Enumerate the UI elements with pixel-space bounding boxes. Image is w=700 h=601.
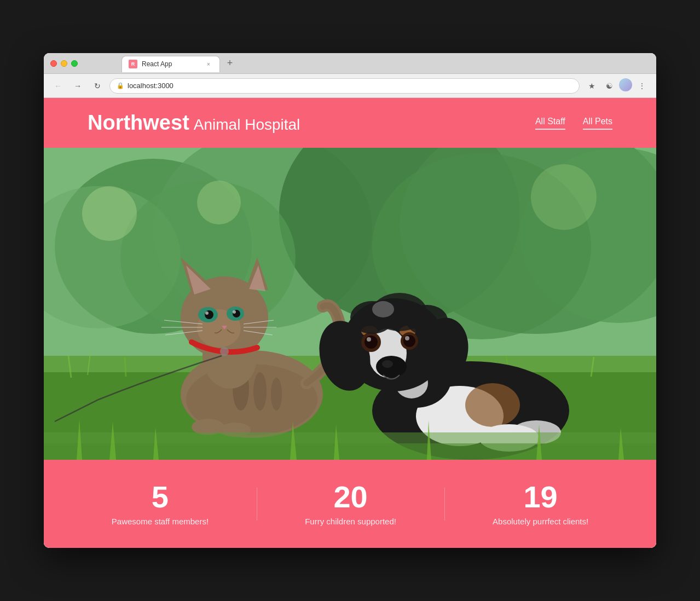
bookmark-button[interactable]: ★ <box>584 78 599 94</box>
nav-all-pets[interactable]: All Pets <box>583 117 612 130</box>
svg-point-25 <box>253 372 267 411</box>
stat-label-staff: Pawesome staff members! <box>112 517 209 526</box>
svg-point-74 <box>372 301 394 317</box>
stat-number-staff: 5 <box>112 482 209 512</box>
svg-point-73 <box>406 305 448 336</box>
logo-bold-text: Northwest <box>88 111 189 135</box>
stat-label-pets: Furry children supported! <box>305 517 396 526</box>
browser-tab-active[interactable]: R React App × <box>122 56 220 72</box>
back-button[interactable]: ← <box>50 78 66 94</box>
svg-point-68 <box>382 360 393 368</box>
svg-point-39 <box>233 310 236 314</box>
stat-clients: 19 Absolutely purrfect clients! <box>493 482 588 526</box>
svg-point-67 <box>376 356 407 378</box>
svg-point-38 <box>205 311 209 315</box>
address-bar[interactable]: 🔒 localhost:3000 <box>109 78 580 94</box>
logo-light-text: Animal Hospital <box>194 116 300 134</box>
stat-label-clients: Absolutely purrfect clients! <box>493 517 588 526</box>
profile-avatar[interactable] <box>619 78 632 91</box>
svg-point-47 <box>220 347 229 356</box>
tab-title: React App <box>142 60 172 68</box>
svg-point-65 <box>367 337 371 342</box>
toolbar-actions: ★ ☯ ⋮ <box>584 78 650 94</box>
svg-point-10 <box>197 181 241 224</box>
svg-point-63 <box>365 336 378 349</box>
svg-point-52 <box>465 383 520 427</box>
traffic-lights <box>50 60 78 67</box>
svg-point-64 <box>403 335 415 347</box>
new-tab-button[interactable]: + <box>222 56 238 71</box>
stat-number-clients: 19 <box>493 482 588 512</box>
svg-rect-76 <box>44 443 656 460</box>
stats-section: 5 Pawesome staff members! 20 Furry child… <box>44 460 656 548</box>
browser-titlebar: R React App × + <box>44 53 656 74</box>
svg-point-26 <box>271 378 282 411</box>
maximize-window-button[interactable] <box>71 60 78 67</box>
svg-point-66 <box>405 336 409 340</box>
tab-close-button[interactable]: × <box>204 60 213 68</box>
browser-toolbar: ← → ↻ 🔒 localhost:3000 ★ ☯ ⋮ <box>44 74 656 98</box>
stat-number-pets: 20 <box>305 482 396 512</box>
stat-pets: 20 Furry children supported! <box>305 482 396 526</box>
url-text: localhost:3000 <box>128 82 173 90</box>
minimize-window-button[interactable] <box>61 60 67 67</box>
extensions-button[interactable]: ☯ <box>601 78 617 94</box>
nav-links: All Staff All Pets <box>535 117 612 130</box>
svg-line-17 <box>125 357 126 377</box>
stat-divider-2 <box>444 488 445 521</box>
app-logo: Northwest Animal Hospital <box>88 111 300 135</box>
forward-button[interactable]: → <box>70 78 85 94</box>
tab-favicon: R <box>129 60 137 68</box>
svg-point-36 <box>205 310 213 319</box>
stat-divider-1 <box>257 488 257 521</box>
stat-staff: 5 Pawesome staff members! <box>112 482 209 526</box>
reload-button[interactable]: ↻ <box>90 78 105 94</box>
nav-all-staff[interactable]: All Staff <box>535 117 565 130</box>
tab-bar: R React App × + <box>78 55 281 72</box>
lock-icon: 🔒 <box>117 82 124 89</box>
svg-point-11 <box>531 164 597 230</box>
hero-image <box>44 148 656 460</box>
app-header: Northwest Animal Hospital All Staff All … <box>44 98 656 148</box>
svg-point-9 <box>82 186 137 241</box>
menu-button[interactable]: ⋮ <box>634 78 650 94</box>
browser-window: R React App × + ← → ↻ 🔒 localhost:3000 ★… <box>44 53 656 548</box>
close-window-button[interactable] <box>50 60 57 67</box>
browser-chrome: R React App × + ← → ↻ 🔒 localhost:3000 ★… <box>44 53 656 98</box>
app-content: Northwest Animal Hospital All Staff All … <box>44 98 656 548</box>
